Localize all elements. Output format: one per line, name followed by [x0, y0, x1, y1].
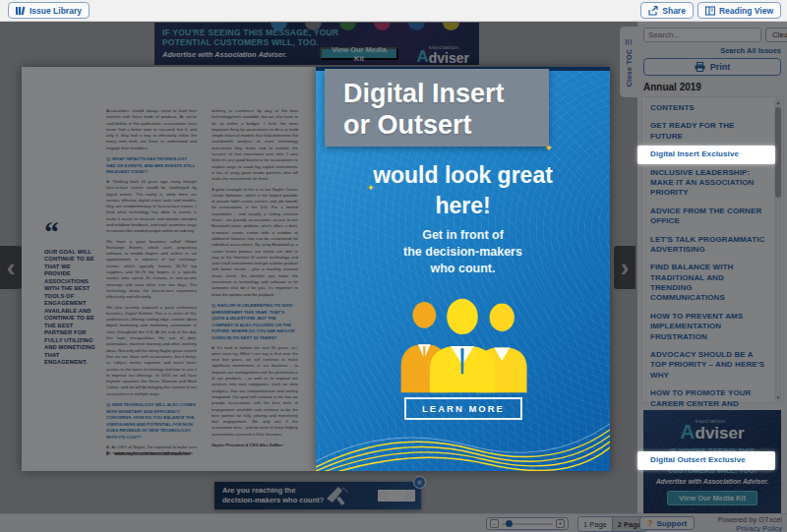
reading-view-icon: [705, 6, 715, 16]
share-button[interactable]: Share: [640, 2, 694, 19]
reading-view-label: Reading View: [719, 6, 773, 16]
walkthrough-tooltip: Digital Insert or Outsert: [325, 69, 549, 147]
sparkle-icon: ✦: [367, 183, 375, 193]
ad-subheadline: Get in front of the decision-makers who …: [316, 227, 610, 277]
wave-decoration: [316, 410, 610, 471]
share-label: Share: [662, 6, 686, 16]
issue-library-button[interactable]: Issue Library: [8, 2, 90, 19]
toc-item-digital-insert[interactable]: Digital Insert Exclusive: [637, 146, 775, 163]
tooltip-line2: or Outsert: [343, 109, 549, 141]
business-people-icon: [389, 291, 536, 393]
issue-library-label: Issue Library: [30, 6, 82, 16]
share-icon: [648, 6, 658, 16]
library-books-icon: [16, 6, 26, 16]
top-toolbar: Issue Library Share Reading View: [0, 0, 787, 22]
ad-headline: would look great here!: [316, 160, 610, 221]
publication-viewer: Issue Library Share Reading View IF YO: [0, 0, 787, 532]
toc-item-digital-outsert[interactable]: Digital Outsert Exclusive: [637, 451, 775, 469]
tooltip-line1: Digital Insert: [343, 78, 549, 109]
reading-view-button[interactable]: Reading View: [697, 2, 781, 19]
